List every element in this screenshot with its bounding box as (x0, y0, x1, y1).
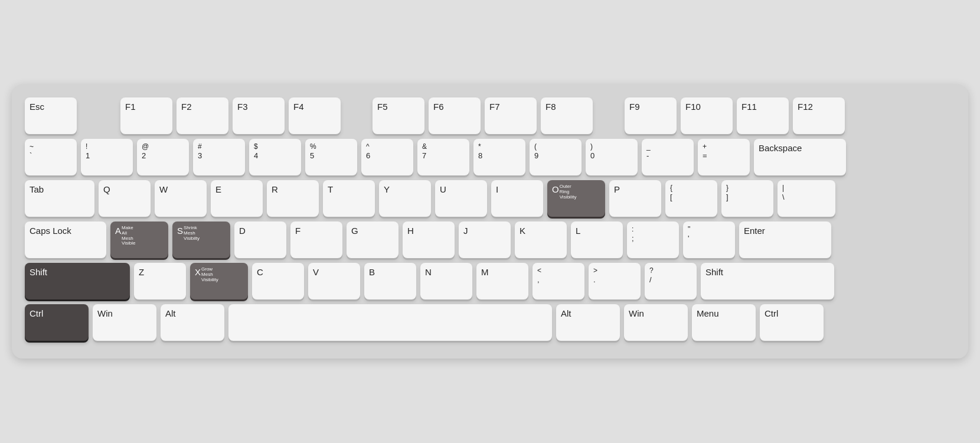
key-g[interactable]: G (347, 222, 398, 258)
key-m[interactable]: M (476, 263, 528, 299)
key-capslock[interactable]: Caps Lock (25, 222, 106, 258)
key-backspace[interactable]: Backspace (754, 139, 846, 175)
key-f4[interactable]: F4 (289, 97, 341, 134)
key-f5[interactable]: F5 (373, 97, 424, 134)
key-f10[interactable]: F10 (681, 97, 733, 134)
key-o-main-label: O (552, 184, 559, 194)
key-a[interactable]: AMakeAllMeshVisible (110, 222, 168, 258)
key-4[interactable]: $4 (249, 139, 301, 175)
key-f8[interactable]: F8 (541, 97, 593, 134)
key-f1[interactable]: F1 (120, 97, 172, 134)
key-6[interactable]: ^6 (361, 139, 413, 175)
key-rbracket-bottom-label: ] (726, 193, 729, 201)
key-c-label: C (257, 267, 263, 277)
key-rshift[interactable]: Shift (701, 263, 834, 299)
key-f9[interactable]: F9 (625, 97, 677, 134)
key-space[interactable] (228, 304, 552, 341)
key-c[interactable]: C (252, 263, 304, 299)
key-lwin-label: Win (97, 308, 113, 318)
key-quote-bottom-label: ' (688, 234, 689, 243)
key-0[interactable]: )0 (586, 139, 638, 175)
key-3-bottom-label: 3 (198, 152, 202, 160)
key-quote[interactable]: "' (683, 222, 735, 258)
key-ralt[interactable]: Alt (556, 304, 620, 341)
key-m-label: M (481, 267, 489, 277)
key-tilde-bottom-label: ` (30, 152, 32, 160)
key-rshift-label: Shift (705, 267, 723, 277)
key-rbracket[interactable]: }] (721, 180, 773, 217)
key-p-label: P (614, 184, 620, 194)
key-e[interactable]: E (211, 180, 263, 217)
key-lctrl[interactable]: Ctrl (25, 304, 89, 341)
key-backspace-label: Backspace (759, 143, 802, 153)
key-q[interactable]: Q (99, 180, 151, 217)
key-k[interactable]: K (515, 222, 567, 258)
key-comma[interactable]: <, (533, 263, 584, 299)
key-y[interactable]: Y (379, 180, 431, 217)
key-f7[interactable]: F7 (485, 97, 537, 134)
key-3[interactable]: #3 (193, 139, 245, 175)
key-equals[interactable]: += (698, 139, 750, 175)
key-1[interactable]: !1 (81, 139, 133, 175)
key-f3[interactable]: F3 (233, 97, 285, 134)
key-6-bottom-label: 6 (366, 152, 370, 160)
key-b[interactable]: B (364, 263, 416, 299)
key-q-label: Q (103, 184, 110, 194)
key-r[interactable]: R (267, 180, 319, 217)
key-period[interactable]: >. (589, 263, 641, 299)
key-lshift-label: Shift (30, 267, 47, 277)
key-k-label: K (520, 226, 525, 236)
key-6-top-label: ^ (366, 143, 370, 151)
key-lwin[interactable]: Win (93, 304, 156, 341)
key-f12[interactable]: F12 (793, 97, 845, 134)
key-z[interactable]: Z (134, 263, 186, 299)
key-tilde[interactable]: ~` (25, 139, 77, 175)
key-lbracket[interactable]: {[ (665, 180, 717, 217)
key-lshift[interactable]: Shift (25, 263, 130, 299)
key-o[interactable]: OOuterRingVisibility (547, 180, 605, 217)
key-slash[interactable]: ?/ (645, 263, 697, 299)
key-f[interactable]: F (290, 222, 342, 258)
key-f3-label: F3 (237, 102, 248, 112)
key-r-label: R (272, 184, 278, 194)
key-v[interactable]: V (308, 263, 360, 299)
key-7[interactable]: &7 (417, 139, 469, 175)
key-backslash[interactable]: |\ (778, 180, 835, 217)
key-minus[interactable]: _- (642, 139, 694, 175)
key-semicolon[interactable]: :; (627, 222, 679, 258)
key-x[interactable]: XGrowMeshVisibility (190, 263, 248, 299)
key-enter[interactable]: Enter (739, 222, 831, 258)
key-1-bottom-label: 1 (86, 152, 90, 160)
key-ralt-label: Alt (561, 308, 571, 318)
key-tab[interactable]: Tab (25, 180, 94, 217)
key-rctrl[interactable]: Ctrl (760, 304, 824, 341)
key-t[interactable]: T (323, 180, 375, 217)
key-i[interactable]: I (491, 180, 543, 217)
key-f11[interactable]: F11 (737, 97, 789, 134)
key-l[interactable]: L (571, 222, 623, 258)
key-u[interactable]: U (435, 180, 487, 217)
key-2[interactable]: @2 (137, 139, 189, 175)
key-7-bottom-label: 7 (422, 152, 426, 160)
key-p[interactable]: P (609, 180, 661, 217)
key-5[interactable]: %5 (305, 139, 357, 175)
key-s[interactable]: SShrinkMeshVisibilty (172, 222, 230, 258)
key-w[interactable]: W (155, 180, 207, 217)
key-h[interactable]: H (403, 222, 455, 258)
key-lalt[interactable]: Alt (161, 304, 224, 341)
key-n[interactable]: N (420, 263, 472, 299)
key-menu[interactable]: Menu (692, 304, 756, 341)
key-8[interactable]: *8 (473, 139, 525, 175)
key-f6[interactable]: F6 (429, 97, 481, 134)
key-f2-label: F2 (181, 102, 192, 112)
key-rwin[interactable]: Win (624, 304, 688, 341)
key-f2[interactable]: F2 (177, 97, 228, 134)
key-menu-label: Menu (697, 308, 719, 318)
key-d[interactable]: D (234, 222, 286, 258)
key-j[interactable]: J (459, 222, 511, 258)
key-s-combined: SShrinkMeshVisibilty (177, 226, 200, 241)
key-9[interactable]: (9 (530, 139, 582, 175)
key-period-bottom-label: . (593, 276, 596, 284)
key-esc[interactable]: Esc (25, 97, 77, 134)
key-rwin-label: Win (629, 308, 644, 318)
